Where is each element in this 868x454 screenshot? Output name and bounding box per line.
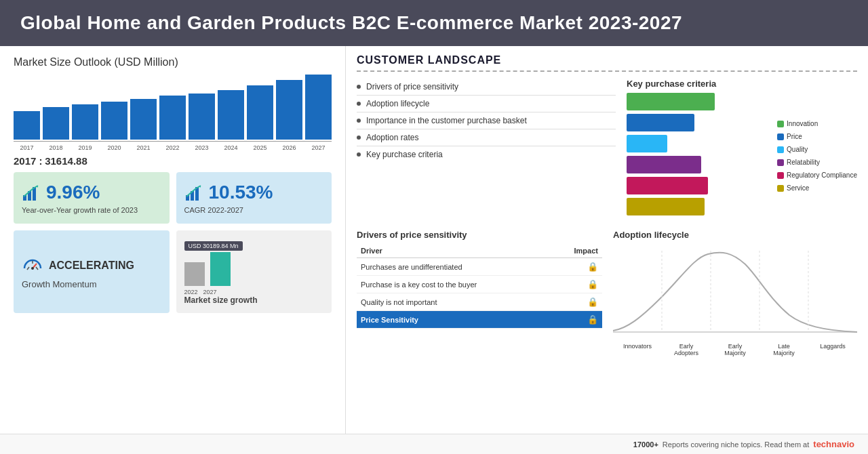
lock-icon: 🔒	[587, 297, 598, 307]
legend-item: Service	[777, 184, 857, 192]
bar-2025	[247, 85, 273, 140]
driver-cell: Quality is not important	[357, 293, 552, 311]
criteria-bar-row	[627, 177, 770, 194]
legend-label: Quality	[787, 146, 808, 153]
legend-dot	[777, 121, 784, 127]
impact-cell: 🔒	[552, 293, 603, 311]
bar-2019	[72, 104, 98, 140]
stats-row: 9.96% Year-over-Year growth rate of 2023…	[14, 172, 332, 224]
list-item-text: Drivers of price sensitivity	[366, 82, 458, 91]
page-header: Global Home and Garden Products B2C E-co…	[0, 0, 868, 46]
customer-landscape-title: CUSTOMER LANDSCAPE	[357, 54, 857, 72]
list-item-text: Importance in the customer purchase bask…	[366, 116, 527, 125]
legend-item: Innovation	[777, 120, 857, 127]
legend-label: Innovation	[787, 120, 818, 127]
cagr-label: CAGR 2022-2027	[184, 206, 324, 214]
list-item-text: Adoption rates	[366, 133, 418, 142]
ps-table: Driver Impact Purchases are undifferenti…	[357, 244, 602, 329]
cagr-icon	[184, 183, 203, 202]
mini-bar-labels: 2022 2027	[184, 289, 324, 295]
col-driver: Driver	[357, 244, 552, 258]
bar-label-2024: 2024	[218, 144, 244, 151]
bar-labels: 2017201820192020202120222023202420252026…	[14, 144, 332, 151]
list-bullet	[357, 102, 361, 106]
adoption-label: EarlyAdopters	[662, 343, 711, 356]
adoption-svg	[613, 244, 857, 339]
svg-point-12	[31, 267, 34, 270]
criteria-bars	[627, 93, 770, 219]
year-label: 2017 :	[14, 155, 43, 167]
criteria-bar-row	[627, 135, 770, 152]
criteria-legend: InnovationPriceQualityRelatabilityRegula…	[777, 93, 857, 219]
left-panel: Market Size Outlook (USD Million) 201720…	[0, 46, 346, 449]
list-item-text: Adoption lifecycle	[366, 99, 429, 108]
list-item-text: Key purchase criteria	[366, 150, 443, 159]
legend-label: Price	[787, 133, 802, 140]
table-row: Quality is not important🔒	[357, 293, 602, 311]
adoption-title: Adoption lifecycle	[613, 230, 857, 240]
mini-bar-2022	[184, 262, 205, 286]
impact-cell: 🔒	[552, 258, 603, 276]
criteria-bar-row	[627, 156, 770, 173]
list-bullet	[357, 152, 361, 157]
bar-2018	[43, 107, 69, 140]
legend-label: Regulatory Compliance	[787, 171, 857, 179]
list-bullet	[357, 85, 361, 89]
highlighted-row: Price Sensitivity🔒	[357, 311, 602, 329]
price-sensitivity-lock: 🔒	[552, 311, 603, 329]
adoption-chart: InnovatorsEarlyAdoptersEarlyMajorityLate…	[613, 244, 857, 352]
right-panel: CUSTOMER LANDSCAPE Drivers of price sens…	[346, 46, 868, 449]
criteria-bar-price	[627, 114, 694, 131]
bar-2017	[14, 111, 40, 140]
adoption-label: LateMajority	[760, 343, 808, 356]
adoption-lifecycle: Adoption lifecycle InnovatorsEarlyAdopte…	[613, 230, 857, 352]
criteria-bar-quality	[627, 135, 667, 152]
technavio-brand2: navio	[831, 439, 854, 449]
criteria-bar-service	[627, 198, 705, 215]
table-row: Purchase is a key cost to the buyer🔒	[357, 276, 602, 293]
acc-title: ACCELERATING	[22, 255, 161, 276]
year-number: 31614.88	[45, 155, 87, 167]
mini-bar-label-2022: 2022	[184, 289, 198, 295]
svg-line-8	[27, 267, 29, 270]
legend-label: Relatability	[787, 159, 820, 166]
lock-icon: 🔒	[587, 262, 598, 272]
bar-label-2019: 2019	[72, 144, 98, 151]
accelerating-card: ACCELERATING Growth Momentum	[14, 230, 170, 313]
bar-chart	[14, 74, 332, 142]
speedometer-icon	[22, 255, 43, 276]
bar-2026	[276, 80, 302, 140]
svg-line-10	[36, 267, 38, 270]
price-sensitivity: Drivers of price sensitivity Driver Impa…	[357, 230, 602, 352]
legend-dot	[777, 146, 784, 153]
criteria-bar-row	[627, 93, 770, 110]
technavio-logo: technavio	[813, 439, 854, 449]
bar-2020	[101, 102, 127, 140]
yoy-value: 9.96%	[22, 182, 161, 203]
yoy-card: 9.96% Year-over-Year growth rate of 2023	[14, 172, 170, 224]
list-item: Importance in the customer purchase bask…	[357, 112, 616, 129]
cagr-card: 10.53% CAGR 2022-2027	[176, 172, 332, 224]
bar-label-2020: 2020	[101, 144, 127, 151]
bar-2023	[189, 94, 215, 140]
adoption-label: Laggards	[808, 343, 857, 356]
bar-2027	[305, 75, 332, 140]
landscape-list: Drivers of price sensitivityAdoption lif…	[357, 79, 616, 219]
purchase-criteria: Key purchase criteria InnovationPriceQua…	[627, 79, 857, 219]
mini-bar-chart	[184, 252, 324, 286]
market-growth-label: Market size growth	[184, 295, 324, 305]
bar-label-2021: 2021	[130, 144, 157, 151]
list-bullet	[357, 136, 361, 140]
footer-description: Reports covering niche topics. Read them…	[663, 440, 809, 449]
year-value: 2017 : 31614.88	[14, 155, 332, 167]
table-row: Purchases are undifferentiated🔒	[357, 258, 602, 276]
criteria-chart-area: InnovationPriceQualityRelatabilityRegula…	[627, 93, 857, 219]
legend-dot	[777, 159, 784, 166]
bar-label-2022: 2022	[159, 144, 186, 151]
driver-cell: Purchase is a key cost to the buyer	[357, 276, 552, 293]
market-growth-card: USD 30189.84 Mn 2022 2027 Market size gr…	[176, 230, 332, 313]
list-item: Key purchase criteria	[357, 146, 616, 163]
landscape-top: Drivers of price sensitivityAdoption lif…	[357, 79, 857, 219]
bar-label-2017: 2017	[14, 144, 40, 151]
col-impact: Impact	[552, 244, 603, 258]
